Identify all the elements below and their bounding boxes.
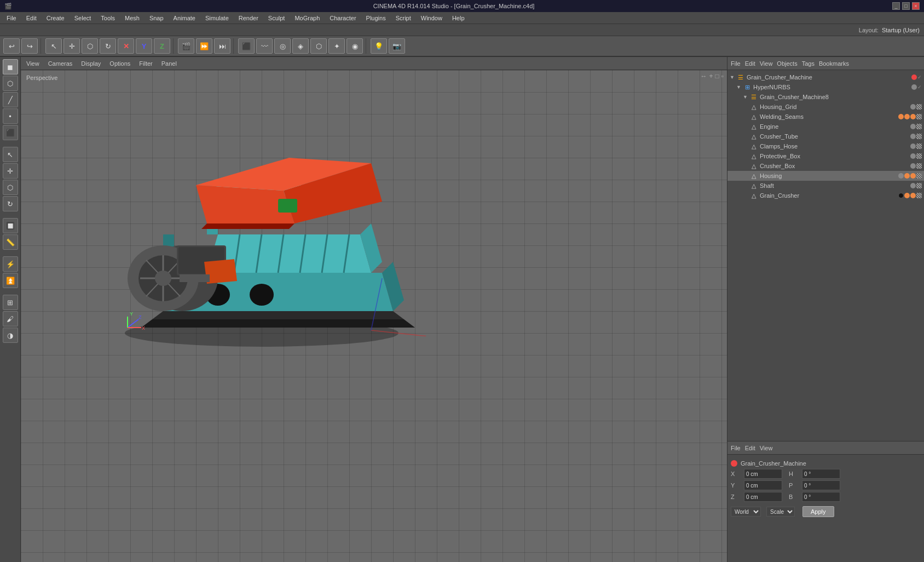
- light-button[interactable]: 💡: [371, 38, 387, 54]
- close-button[interactable]: ×: [912, 2, 920, 10]
- snap-button[interactable]: 🔲: [3, 218, 18, 233]
- menu-snap[interactable]: Snap: [145, 14, 168, 22]
- menu-simulate[interactable]: Simulate: [201, 14, 233, 22]
- render-all-button[interactable]: ⏭: [214, 38, 230, 54]
- vp-btn-1[interactable]: ↔: [700, 72, 707, 80]
- vp-btn-4[interactable]: ▫: [721, 72, 724, 80]
- render-anim-button[interactable]: ⏩: [196, 38, 212, 54]
- edge-mode-button[interactable]: ╱: [3, 92, 18, 107]
- rotate-button[interactable]: ↻: [3, 196, 18, 211]
- cube-button[interactable]: ⬛: [238, 38, 255, 54]
- scale-button[interactable]: ⬡: [3, 180, 18, 195]
- y-axis-button[interactable]: Y: [136, 38, 152, 54]
- maximize-button[interactable]: □: [902, 2, 910, 10]
- deformer-button[interactable]: ◈: [292, 38, 309, 54]
- menu-file[interactable]: File: [2, 14, 21, 22]
- vp-menu-panel[interactable]: Panel: [159, 59, 179, 68]
- menu-animate[interactable]: Animate: [169, 14, 200, 22]
- x-axis-button[interactable]: ✕: [118, 38, 134, 54]
- vp-menu-filter[interactable]: Filter: [137, 59, 154, 68]
- tree-item-crusher-tube[interactable]: △ Crusher_Tube: [727, 131, 924, 141]
- render-region-button[interactable]: 🎬: [178, 38, 194, 54]
- nurbs-button[interactable]: ◎: [274, 38, 291, 54]
- menu-help[interactable]: Help: [448, 14, 469, 22]
- undo-button[interactable]: ↩: [3, 38, 20, 54]
- particle-button[interactable]: ✦: [328, 38, 345, 54]
- menu-select[interactable]: Select: [70, 14, 96, 22]
- attr-tb-file[interactable]: File: [731, 445, 741, 451]
- obj-tb-edit[interactable]: Edit: [745, 60, 755, 67]
- model-mode-button[interactable]: ◼: [3, 59, 18, 74]
- attr-b-input[interactable]: [802, 492, 840, 502]
- camera-button[interactable]: 📷: [389, 38, 405, 54]
- tree-item-housing[interactable]: △ Housing: [727, 171, 924, 181]
- tree-item-grain-crusher[interactable]: △ Grain_Crusher: [727, 191, 924, 200]
- redo-button[interactable]: ↪: [21, 38, 38, 54]
- z-axis-button[interactable]: Z: [154, 38, 170, 54]
- layout-value[interactable]: Startup (User): [882, 27, 920, 33]
- menu-plugins[interactable]: Plugins: [362, 14, 390, 22]
- attr-coord-mode-select[interactable]: World Local Object: [731, 507, 761, 517]
- tree-item-clamps[interactable]: △ Clamps_Hose: [727, 141, 924, 151]
- attr-p-input[interactable]: [802, 480, 840, 490]
- vp-btn-2[interactable]: +: [709, 72, 713, 80]
- extrude-button[interactable]: ⏫: [3, 273, 18, 288]
- menu-mesh[interactable]: Mesh: [120, 14, 144, 22]
- menu-window[interactable]: Window: [417, 14, 447, 22]
- spline-button[interactable]: 〰: [256, 38, 273, 54]
- menu-tools[interactable]: Tools: [96, 14, 119, 22]
- menu-render[interactable]: Render: [234, 14, 263, 22]
- menu-mograph[interactable]: MoGraph: [290, 14, 324, 22]
- vp-menu-display[interactable]: Display: [79, 59, 103, 68]
- uv-mode-button[interactable]: ⬛: [3, 125, 18, 140]
- tree-item-protective[interactable]: △ Protective_Box: [727, 151, 924, 161]
- attr-size-mode-select[interactable]: Scale Size: [766, 507, 795, 517]
- vp-btn-3[interactable]: □: [715, 72, 719, 80]
- attr-y-pos-input[interactable]: [744, 480, 782, 490]
- attr-h-input[interactable]: [802, 469, 840, 479]
- viewport-canvas[interactable]: ↔ + □ ▫ Perspective: [21, 70, 727, 562]
- attr-tb-edit[interactable]: Edit: [745, 445, 755, 451]
- point-mode-button[interactable]: •: [3, 108, 18, 124]
- tree-item-root[interactable]: ▼ ☰ Grain_Crusher_Machine ✓: [727, 72, 924, 82]
- vp-menu-cameras[interactable]: Cameras: [46, 59, 75, 68]
- menu-create[interactable]: Create: [42, 14, 69, 22]
- vp-menu-view[interactable]: View: [24, 59, 42, 68]
- tree-item-engine[interactable]: △ Engine: [727, 122, 924, 131]
- menu-edit[interactable]: Edit: [22, 14, 41, 22]
- select-tool-button[interactable]: ↖: [45, 38, 62, 54]
- scale-tool-button[interactable]: ⬡: [82, 38, 98, 54]
- move-tool-button[interactable]: ✛: [63, 38, 80, 54]
- layer-button[interactable]: ⊞: [3, 295, 18, 310]
- minimize-button[interactable]: _: [892, 2, 900, 10]
- obj-tb-file[interactable]: File: [731, 60, 741, 67]
- tree-item-welding[interactable]: △ Welding_Seams: [727, 112, 924, 122]
- apply-button[interactable]: Apply: [802, 506, 834, 517]
- mesh-mode-button[interactable]: ⬡: [3, 76, 18, 91]
- tree-item-crusher-box[interactable]: △ Crusher_Box: [727, 161, 924, 171]
- obj-tb-tags[interactable]: Tags: [802, 60, 815, 67]
- move-button[interactable]: ✛: [3, 163, 18, 179]
- vp-menu-options[interactable]: Options: [107, 59, 132, 68]
- material-button[interactable]: ◉: [347, 38, 363, 54]
- ruler-button[interactable]: 📏: [3, 234, 18, 250]
- tree-item-shaft[interactable]: △ Shaft: [727, 181, 924, 191]
- attr-z-pos-input[interactable]: [744, 492, 782, 502]
- knife-button[interactable]: ⚡: [3, 256, 18, 272]
- tree-item-housing-grid[interactable]: △ Housing_Grid: [727, 102, 924, 112]
- tree-item-hypernurbs[interactable]: ▼ ⊞ HyperNURBS ✓: [727, 82, 924, 92]
- paint-button[interactable]: 🖌: [3, 311, 18, 326]
- attr-tb-view[interactable]: View: [760, 445, 773, 451]
- menu-script[interactable]: Script: [391, 14, 415, 22]
- menu-character[interactable]: Character: [325, 14, 360, 22]
- obj-tb-view[interactable]: View: [760, 60, 773, 67]
- attr-x-pos-input[interactable]: [744, 469, 782, 479]
- tree-item-gcm8[interactable]: ▼ ☰ Grain_Crusher_Machine8: [727, 92, 924, 102]
- obj-tb-bookmarks[interactable]: Bookmarks: [819, 60, 849, 67]
- live-select-button[interactable]: ↖: [3, 147, 18, 162]
- mograph-button[interactable]: ⬡: [310, 38, 327, 54]
- menu-sculpt[interactable]: Sculpt: [264, 14, 290, 22]
- obj-tb-objects[interactable]: Objects: [777, 60, 797, 67]
- rotate-tool-button[interactable]: ↻: [100, 38, 116, 54]
- sculpt-button[interactable]: ◑: [3, 328, 18, 343]
